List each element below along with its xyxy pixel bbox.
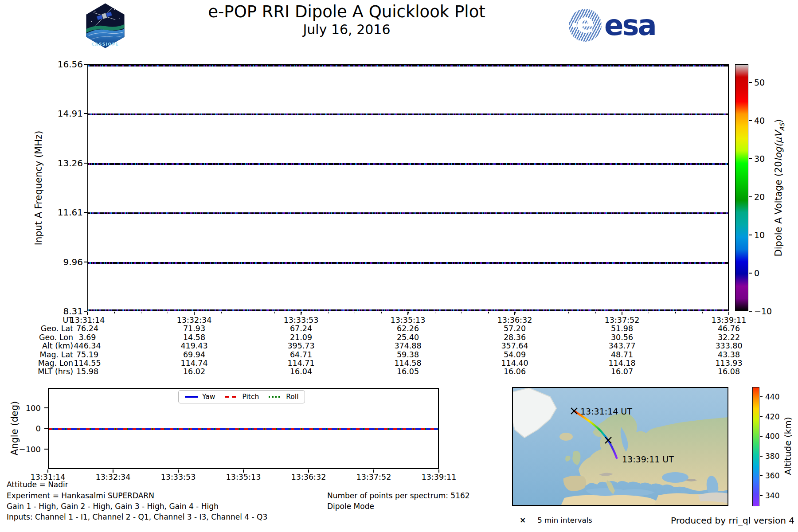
- cbar-label-sub: AS: [778, 123, 786, 131]
- angle-tick-label: −100: [11, 445, 41, 454]
- x-tick: [47, 469, 48, 473]
- x-tick: [178, 469, 179, 473]
- cbar-tick: [749, 196, 752, 197]
- freq-tick-label: 9.96: [45, 257, 83, 267]
- cbar-label-math: log(μV: [773, 131, 784, 161]
- x-tick: [301, 312, 301, 315]
- x-tick: [194, 312, 195, 315]
- eph-cell: 343.77: [584, 342, 660, 350]
- y-tick: [44, 449, 48, 450]
- note-inputs: Inputs: Channel 1 - I1, Channel 2 - Q1, …: [7, 512, 267, 521]
- alt-tick-label: 360: [765, 471, 779, 480]
- legend-label-roll: Roll: [286, 393, 298, 401]
- y-tick: [84, 262, 87, 262]
- ephemeris-column-2: 13:32:34 71.93 14.58 419.43 69.94 114.74…: [156, 316, 232, 376]
- voltage-colorbar: [735, 64, 748, 311]
- x-tick: [243, 469, 244, 473]
- cbar-tick: [749, 311, 752, 312]
- eph-cell: 16.08: [691, 368, 767, 376]
- eph-cell: 419.43: [156, 342, 232, 350]
- cbar-tick: [760, 416, 763, 417]
- x-tick: [438, 469, 439, 473]
- cbar-tick-label: 30: [754, 154, 765, 164]
- freq-tick-label: 14.91: [45, 108, 83, 119]
- eph-cell: 13:35:13: [370, 316, 446, 325]
- eph-cell: 71.93: [156, 325, 232, 333]
- eph-cell: 46.76: [691, 325, 767, 333]
- eph-cell: 13:39:11: [691, 316, 767, 325]
- eph-cell: 357.64: [477, 342, 552, 350]
- eph-cell: 67.24: [263, 325, 339, 333]
- freq-tick-label: 11.61: [45, 207, 83, 218]
- eph-cell: 3.69: [50, 333, 125, 342]
- x-tick: [407, 312, 408, 315]
- cbar-tick: [760, 475, 763, 476]
- esa-logo: e esa: [569, 9, 656, 42]
- eph-cell: 16.06: [477, 368, 552, 376]
- time-tick-label: 13:33:53: [141, 473, 216, 481]
- legend-item-pitch: Pitch: [225, 393, 259, 401]
- cassiope-mission-logo: CASSIOPE: [82, 1, 129, 51]
- altitude-colorbar-label: Altitude (km): [782, 388, 793, 504]
- eph-cell: 114.18: [584, 359, 660, 368]
- title-block: e-POP RRI Dipole A Quicklook Plot July 1…: [125, 3, 568, 38]
- signal-band-9.96MHz: [88, 262, 728, 264]
- altitude-colorbar: [752, 387, 759, 506]
- esa-globe-icon: e: [569, 9, 602, 42]
- note-experiment: Experiment = Hankasalmi SUPERDARN: [7, 491, 154, 500]
- cbar-tick: [749, 120, 752, 121]
- esa-wordmark: esa: [604, 11, 656, 39]
- cbar-tick: [749, 273, 752, 274]
- produced-by-label: Produced by rri_ql version 4: [639, 515, 794, 526]
- y-tick: [44, 407, 48, 408]
- x-tick: [514, 312, 515, 315]
- eph-cell: 13:32:34: [156, 316, 232, 325]
- cbar-tick-label: −10: [754, 306, 772, 316]
- legend-label-pitch: Pitch: [243, 393, 259, 401]
- cassiope-logo-label: CASSIOPE: [92, 42, 119, 47]
- time-tick-label: 13:39:11: [401, 473, 477, 481]
- eph-cell: 64.71: [263, 351, 339, 359]
- time-tick-label: 13:37:52: [336, 473, 411, 481]
- signal-band-8.31MHz: [88, 309, 728, 311]
- note-mode: Dipole Mode: [327, 502, 374, 511]
- eph-cell: 13:36:32: [477, 316, 552, 325]
- eph-cell: 30.56: [584, 333, 660, 342]
- cbar-tick: [760, 436, 763, 437]
- interval-marker-icon: ×: [520, 516, 526, 524]
- eph-cell: 51.98: [584, 325, 660, 333]
- eph-cell: 374.88: [370, 342, 446, 350]
- alt-tick-label: 380: [765, 452, 779, 461]
- eph-cell: 114.74: [156, 359, 232, 368]
- eph-cell: 16.02: [156, 368, 232, 376]
- signal-band-14.91MHz: [88, 113, 728, 115]
- y-tick: [84, 163, 87, 164]
- alt-tick-label: 420: [765, 412, 779, 421]
- angle-tick-label: 0: [11, 424, 41, 433]
- note-gains: Gain 1 - High, Gain 2 - High, Gain 3 - H…: [7, 502, 219, 511]
- eph-cell: 446.34: [50, 342, 125, 350]
- page-date: July 16, 2016: [125, 22, 568, 38]
- time-tick-label: 13:32:34: [75, 473, 151, 481]
- ephemeris-column-3: 13:33:53 67.24 21.09 395.73 64.71 114.71…: [263, 316, 339, 376]
- esa-globe-letter: e: [576, 9, 595, 39]
- signal-band-13.26MHz: [88, 163, 728, 165]
- interval-legend: × 5 min intervals: [520, 516, 592, 524]
- freq-tick-label: 13.26: [45, 158, 83, 168]
- y-tick: [84, 64, 87, 65]
- eph-cell: 15.98: [50, 368, 125, 376]
- x-tick: [622, 312, 622, 315]
- eph-cell: 114.40: [477, 359, 552, 368]
- eph-cell: 16.04: [263, 368, 339, 376]
- eph-cell: 69.94: [156, 351, 232, 359]
- eph-cell: 28.36: [477, 333, 552, 342]
- eph-cell: 14.58: [156, 333, 232, 342]
- ephemeris-column-6: 13:37:52 51.98 30.56 343.77 48.71 114.18…: [584, 316, 660, 376]
- freq-tick-label: 8.31: [45, 306, 83, 317]
- eph-cell: 48.71: [584, 351, 660, 359]
- ephemeris-column-5: 13:36:32 57.20 28.36 357.64 54.09 114.40…: [477, 316, 552, 376]
- note-points: Number of points per spectrum: 5162: [327, 491, 470, 500]
- y-tick: [84, 113, 87, 114]
- yaw-pitch-roll-zero-line: [49, 428, 438, 430]
- attitude-legend: Yaw Pitch Roll: [178, 390, 305, 403]
